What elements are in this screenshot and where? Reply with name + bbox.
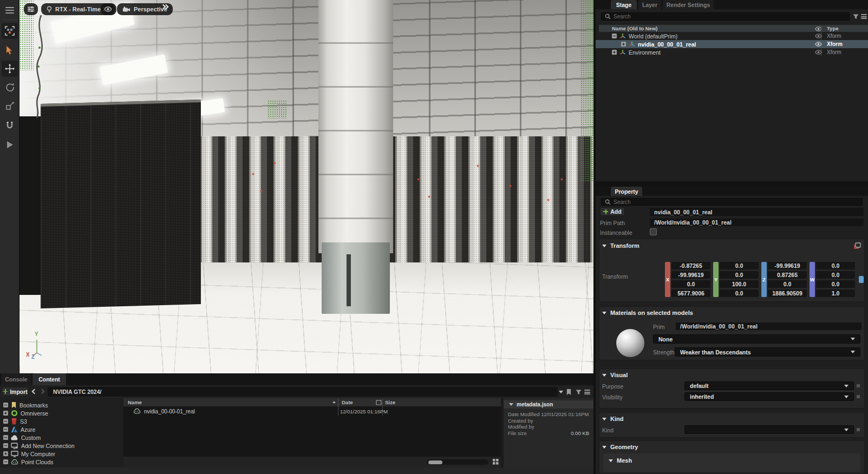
material-sphere[interactable]	[616, 329, 644, 357]
metadata-header[interactable]: metadata.json	[504, 400, 593, 409]
geometry-section-header[interactable]: Geometry	[602, 444, 638, 450]
matrix-cell[interactable]: 0.0	[816, 262, 855, 269]
matrix-cell[interactable]: 0.0	[816, 280, 855, 288]
expand-icon[interactable]	[621, 42, 626, 47]
file-row[interactable]: nvidia_00-00-01_real 12/01/2025 01:16PM	[123, 407, 501, 416]
tab-render-settings[interactable]: Render Settings	[663, 0, 714, 9]
panel-divider[interactable]	[596, 181, 868, 187]
sidebar-item-custom[interactable]: Custom	[0, 433, 123, 442]
tab-layer[interactable]: Layer	[638, 0, 661, 9]
eye-icon[interactable]	[815, 50, 822, 55]
expand-icon[interactable]	[612, 50, 617, 55]
sidebar-item-point-clouds[interactable]: Point Clouds	[0, 458, 123, 466]
filter-icon[interactable]	[853, 14, 859, 19]
expand-icon[interactable]	[3, 451, 8, 456]
matrix-cell[interactable]: -0.87265	[671, 262, 710, 269]
back-icon[interactable]	[32, 389, 37, 394]
menu-icon[interactable]	[2, 2, 18, 18]
breadcrumb[interactable]: NVIDIA GTC 2024/	[48, 387, 558, 397]
rotate-icon[interactable]	[2, 79, 18, 95]
snap-magnet-icon[interactable]	[2, 117, 18, 133]
matrix-cell[interactable]: 100.0	[720, 280, 759, 288]
tab-stage[interactable]: Stage	[611, 0, 637, 9]
collapse-icon[interactable]	[612, 34, 617, 38]
sidebar-item-add-new-connection[interactable]: Add New Connection	[0, 442, 123, 450]
forward-icon[interactable]	[40, 389, 45, 394]
slider-handle[interactable]	[428, 460, 442, 464]
kind-dropdown[interactable]	[684, 425, 854, 434]
property-search[interactable]	[601, 198, 863, 206]
property-search-input[interactable]	[614, 199, 859, 205]
eye-icon[interactable]	[815, 42, 822, 47]
matrix-cell[interactable]: 1.0	[816, 289, 855, 297]
tab-property[interactable]: Property	[611, 187, 642, 196]
collapse-icon[interactable]	[3, 435, 8, 440]
reset-default-icon[interactable]	[857, 428, 860, 431]
move-icon[interactable]	[2, 61, 18, 77]
visibility-dropdown[interactable]: inherited	[684, 392, 854, 401]
visual-section-header[interactable]: Visual	[602, 372, 628, 378]
collapse-icon[interactable]	[3, 459, 8, 464]
viewport-visibility-button[interactable]	[101, 3, 115, 15]
kind-section-header[interactable]: Kind	[602, 416, 623, 422]
double-chevron-icon[interactable]	[161, 5, 168, 9]
viewport-settings-button[interactable]	[24, 3, 38, 15]
instanceable-checkbox[interactable]	[650, 228, 657, 235]
material-select-dropdown[interactable]: None	[653, 334, 860, 344]
reset-default-icon[interactable]	[857, 384, 860, 387]
object-select-icon[interactable]	[2, 23, 18, 39]
sidebar-item-azure[interactable]: Azure	[0, 425, 123, 433]
add-button[interactable]: Add	[600, 207, 625, 216]
stage-options-icon[interactable]	[861, 14, 867, 19]
collapse-icon[interactable]	[3, 419, 8, 424]
matrix-cell[interactable]: 0.87265	[768, 271, 807, 279]
sidebar-item-omniverse[interactable]: Omniverse	[0, 409, 123, 417]
expand-icon[interactable]	[3, 411, 8, 416]
sidebar-item-s3[interactable]: S3	[0, 417, 123, 425]
import-button[interactable]: Import	[2, 387, 29, 396]
viewport[interactable]: RTX - Real-Time 2.0 Perspective Y X Z	[19, 0, 593, 373]
cursor-icon[interactable]	[2, 42, 18, 58]
eye-icon[interactable]	[815, 34, 822, 38]
grid-view-icon[interactable]	[493, 459, 499, 465]
stage-search[interactable]	[601, 12, 850, 21]
sidebar-item-my-computer[interactable]: My Computer	[0, 450, 123, 458]
transform-section-header[interactable]: Transform	[602, 242, 639, 249]
matrix-cell[interactable]: 0.0	[720, 289, 759, 297]
prim-path-field[interactable]: /World/nvidia_00_00_01_real	[650, 219, 864, 226]
play-icon[interactable]	[2, 136, 18, 153]
path-dropdown-icon[interactable]	[559, 391, 563, 393]
view-options-icon[interactable]	[584, 390, 590, 394]
thumbnail-size-slider[interactable]	[427, 459, 488, 465]
stage-search-input[interactable]	[614, 14, 846, 19]
collapse-icon[interactable]	[3, 403, 8, 407]
stage-row-world[interactable]: World (defaultPrim) Xform	[596, 32, 868, 40]
filter-icon[interactable]	[576, 390, 582, 395]
file-list-header[interactable]: Name Date Size	[123, 398, 501, 406]
scrollbar-handle[interactable]	[859, 276, 864, 283]
matrix-cell[interactable]: 0.0	[768, 280, 807, 288]
matrix-cell[interactable]: 0.0	[671, 280, 710, 288]
stage-row-nvidia-selected[interactable]: nvidia_00_00_01_real Xform	[596, 40, 868, 48]
sidebar-item-bookmarks[interactable]: Bookmarks	[0, 401, 123, 409]
purpose-dropdown[interactable]: default	[684, 381, 854, 390]
materials-section-header[interactable]: Materials on selected models	[602, 310, 693, 316]
collapse-icon[interactable]	[3, 443, 8, 448]
tab-content[interactable]: Content	[32, 373, 66, 385]
reset-default-icon[interactable]	[857, 395, 860, 398]
collapse-icon[interactable]	[3, 427, 8, 432]
matrix-cell[interactable]: 0.0	[816, 271, 855, 279]
matrix-cell[interactable]: 1886.90509	[768, 289, 807, 297]
prim-name-field[interactable]: nvidia_00_00_01_real	[650, 208, 864, 216]
matrix-cell[interactable]: 5677.9006	[671, 289, 710, 297]
matrix-cell[interactable]: 0.0	[720, 262, 759, 269]
material-prim-field[interactable]: /World/nvidia_00_00_01_real	[676, 322, 862, 330]
material-strength-dropdown[interactable]: Weaker than Descendants	[675, 347, 860, 357]
stage-row-environment[interactable]: Environment Xform	[596, 48, 868, 56]
matrix-cell[interactable]: -99.99619	[768, 262, 807, 269]
mesh-subsection-header[interactable]: Mesh	[609, 457, 632, 464]
tab-console[interactable]: Console	[1, 373, 31, 385]
transform-options-icon[interactable]	[853, 242, 862, 249]
scale-icon[interactable]	[2, 97, 18, 114]
matrix-cell[interactable]: 0.0	[720, 271, 759, 279]
